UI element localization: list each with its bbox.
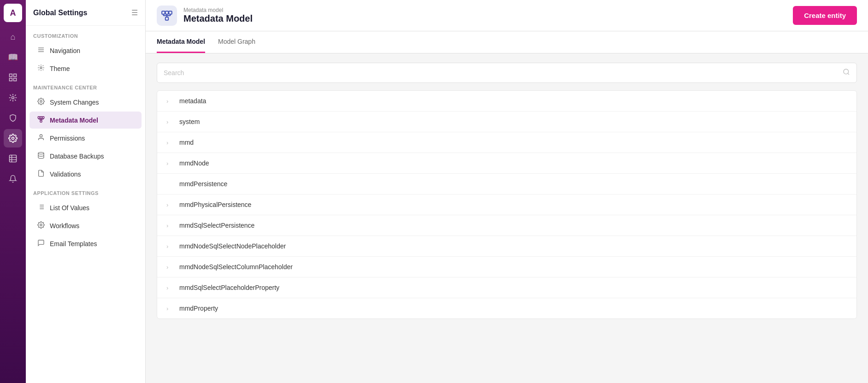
sidebar-item-workflows[interactable]: Workflows [30, 217, 142, 234]
sidebar-item-metadata-model[interactable]: Metadata Model [30, 112, 142, 129]
svg-rect-31 [169, 11, 172, 14]
sidebar-item-system-changes[interactable]: System Changes [30, 94, 142, 111]
rail-table-icon[interactable] [4, 149, 22, 168]
entity-name: system [179, 118, 847, 125]
sidebar-metadata-model-label: Metadata Model [50, 117, 98, 124]
search-bar [157, 63, 857, 83]
svg-rect-2 [14, 78, 17, 81]
tab-metadata-model[interactable]: Metadata Model [157, 31, 205, 53]
theme-icon [37, 64, 45, 73]
table-row[interactable]: › mmdProperty [157, 298, 856, 318]
workflows-icon [37, 221, 45, 230]
rail-analytics-icon[interactable] [4, 88, 22, 107]
navigation-icon [37, 46, 45, 55]
sidebar-system-changes-label: System Changes [50, 99, 99, 106]
sidebar-validations-label: Validations [50, 171, 81, 178]
rail-home-icon[interactable]: ⌂ [4, 28, 22, 46]
entity-name: mmdNodeSqlSelectColumnPlaceholder [179, 263, 847, 271]
sidebar-theme-label: Theme [50, 65, 70, 72]
rail-shield-icon[interactable] [4, 109, 22, 127]
header-text: Metadata model Metadata Model [183, 7, 253, 24]
sidebar-item-navigation[interactable]: Navigation [30, 42, 142, 59]
create-entity-button[interactable]: Create entity [793, 6, 857, 25]
sidebar-item-theme[interactable]: Theme [30, 60, 142, 77]
sidebar-item-permissions[interactable]: Permissions [30, 130, 142, 147]
sidebar-item-validations[interactable]: Validations [30, 165, 142, 183]
sidebar-navigation-label: Navigation [50, 47, 80, 54]
svg-point-10 [40, 67, 42, 69]
rail-settings-icon[interactable] [4, 129, 22, 147]
entity-name: metadata [179, 97, 847, 105]
chevron-right-icon: › [166, 139, 174, 146]
chevron-right-icon: › [166, 284, 174, 291]
maintenance-section-label: Maintenance Center [26, 77, 145, 93]
svg-rect-3 [10, 78, 12, 81]
content-area: › metadata › system › mmd › mmdNode › mm… [146, 53, 868, 383]
svg-rect-12 [38, 117, 40, 118]
chevron-right-icon: › [166, 118, 174, 125]
page-title: Metadata Model [183, 13, 253, 24]
table-row[interactable]: › mmdSqlSelectPersistence [157, 215, 856, 236]
entity-list: › metadata › system › mmd › mmdNode › mm… [157, 90, 857, 319]
app-logo[interactable]: A [4, 4, 22, 22]
svg-point-4 [12, 97, 14, 99]
sidebar-header: Global Settings ☰ [26, 0, 145, 26]
sidebar-title: Global Settings [33, 9, 87, 17]
rail-book-icon[interactable]: 📖 [4, 48, 22, 66]
sidebar-permissions-label: Permissions [50, 135, 85, 142]
customization-section-label: Customization [26, 26, 145, 41]
entity-name: mmdSqlSelectPersistence [179, 222, 847, 229]
svg-point-20 [40, 135, 42, 137]
svg-line-38 [848, 73, 849, 75]
chevron-right-icon: › [166, 98, 174, 105]
entity-name: mmdPhysicalPersistence [179, 201, 847, 208]
entity-name: mmdProperty [179, 305, 847, 312]
chevron-right-icon: › [166, 160, 174, 167]
sidebar-collapse-button[interactable]: ☰ [131, 8, 138, 17]
entity-name: mmd [179, 139, 847, 146]
table-row[interactable]: › mmdPhysicalPersistence [157, 194, 856, 215]
main-area: Metadata model Metadata Model Create ent… [146, 0, 868, 383]
chevron-right-icon: › [166, 305, 174, 312]
svg-point-5 [12, 137, 14, 140]
app-settings-section-label: Application Settings [26, 183, 145, 199]
search-input[interactable] [164, 69, 843, 77]
table-row[interactable]: › mmdNodeSqlSelectNodePlaceholder [157, 236, 856, 257]
rail-chart-icon[interactable] [4, 68, 22, 87]
svg-rect-1 [14, 74, 17, 77]
header-left: Metadata model Metadata Model [157, 6, 253, 26]
svg-rect-30 [165, 11, 169, 14]
table-row[interactable]: › mmdNodeSqlSelectColumnPlaceholder [157, 257, 856, 277]
table-row[interactable]: › mmd [157, 132, 856, 153]
validations-icon [37, 170, 45, 178]
sidebar-item-email-templates[interactable]: Email Templates [30, 235, 142, 252]
sidebar-item-database-backups[interactable]: Database Backups [30, 147, 142, 165]
svg-rect-29 [162, 11, 165, 14]
sidebar-item-list-of-values[interactable]: List Of Values [30, 199, 142, 216]
rail-bell-icon[interactable] [4, 170, 22, 188]
header-breadcrumb: Metadata model [183, 7, 253, 13]
svg-rect-32 [165, 17, 169, 20]
table-row[interactable]: › mmdSqlSelectPlaceholderProperty [157, 277, 856, 298]
email-templates-icon [37, 239, 45, 248]
table-row[interactable]: › mmdPersistence [157, 174, 856, 194]
svg-rect-14 [42, 117, 44, 118]
chevron-right-icon: › [166, 222, 174, 229]
svg-point-21 [38, 152, 44, 154]
database-backups-icon [37, 152, 45, 160]
svg-point-37 [844, 69, 849, 74]
entity-name: mmdPersistence [179, 180, 847, 188]
table-row[interactable]: › metadata [157, 91, 856, 112]
entity-name: mmdNodeSqlSelectNodePlaceholder [179, 242, 847, 250]
tab-model-graph[interactable]: Model Graph [218, 31, 255, 53]
entity-name: mmdNode [179, 159, 847, 167]
sidebar-list-of-values-label: List Of Values [50, 204, 89, 212]
sidebar: Global Settings ☰ Customization Navigati… [26, 0, 146, 383]
main-header: Metadata model Metadata Model Create ent… [146, 0, 868, 31]
tabs-bar: Metadata Model Model Graph [146, 31, 868, 53]
chevron-right-icon: › [166, 201, 174, 208]
sidebar-database-backups-label: Database Backups [50, 153, 104, 160]
table-row[interactable]: › system [157, 112, 856, 132]
table-row[interactable]: › mmdNode [157, 153, 856, 174]
svg-rect-15 [40, 120, 42, 122]
